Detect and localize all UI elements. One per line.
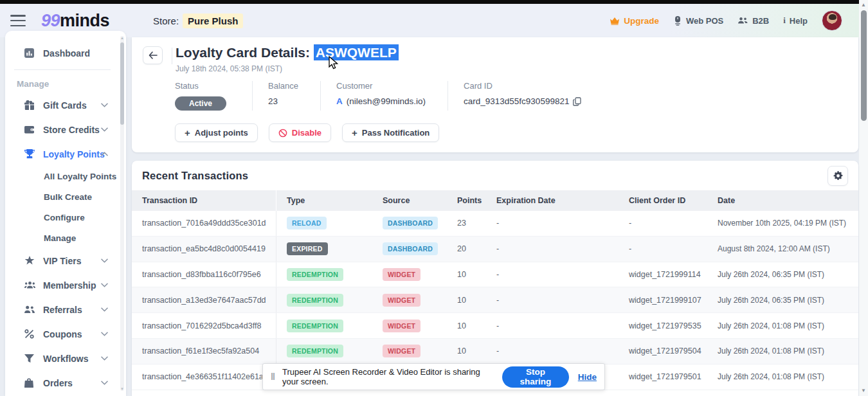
- sidebar-subitem-all-loyalty-points[interactable]: All Loyalty Points: [5, 170, 120, 183]
- sidebar-nav: DashboardManageGift CardsStore CreditsLo…: [5, 44, 126, 396]
- sidebar-item-orders[interactable]: Orders: [5, 374, 120, 392]
- cell-expiration-date: -: [486, 321, 619, 330]
- b2b-link[interactable]: B2B: [737, 16, 769, 26]
- sidebar-scroll-up-icon[interactable]: ▲: [120, 36, 125, 40]
- type-badge: REDEMPTION: [287, 320, 343, 332]
- page-scrollbar-thumb[interactable]: [861, 10, 867, 121]
- cell-source: WIDGET: [372, 268, 447, 281]
- sidebar-item-label: VIP Tiers: [43, 256, 81, 266]
- chevron-down-icon: [101, 103, 108, 107]
- stop-sharing-button[interactable]: Stop sharing: [502, 366, 569, 388]
- webpos-link[interactable]: Web POS: [673, 16, 723, 26]
- app-page: 99minds Store: Pure Plush Upgrade Web PO…: [0, 0, 868, 396]
- card-id-label: Card ID: [464, 81, 581, 91]
- copy-icon[interactable]: [573, 97, 581, 106]
- upgrade-button[interactable]: Upgrade: [610, 16, 659, 26]
- pass-notification-button[interactable]: + Pass Notification: [342, 123, 439, 142]
- chevron-down-icon: [101, 381, 108, 385]
- cell-type: REDEMPTION: [276, 268, 372, 281]
- balance-field: Balance 23: [268, 81, 321, 111]
- sidebar-subitem-bulk-create[interactable]: Bulk Create: [5, 190, 120, 204]
- adjust-points-button[interactable]: + Adjust points: [175, 123, 258, 142]
- sidebar-scrollbar-thumb[interactable]: [120, 42, 124, 125]
- sidebar-item-workflows[interactable]: Workflows: [5, 350, 120, 367]
- sidebar-item-dashboard[interactable]: Dashboard: [5, 44, 120, 62]
- transactions-title: Recent Transactions: [142, 170, 248, 182]
- star-icon: [24, 255, 35, 266]
- user-avatar[interactable]: [822, 10, 842, 31]
- cell-expiration-date: -: [486, 270, 619, 279]
- sidebar-item-membership[interactable]: Membership: [5, 276, 120, 294]
- cell-date: July 26th 2024, 01:08 PM (IST): [707, 372, 858, 381]
- help-label: Help: [790, 16, 808, 26]
- type-badge: REDEMPTION: [287, 294, 343, 307]
- table-header-row: Transaction IDTypeSourcePointsExpiration…: [132, 190, 858, 211]
- sidebar-item-label: Coupons: [43, 329, 82, 339]
- card-summary-fields: Status Active Balance 23 Customer A(nile…: [175, 81, 613, 111]
- scroll-down-arrow-icon[interactable]: ▼: [859, 387, 868, 395]
- cell-client-order-id: -: [619, 219, 707, 228]
- column-header-type: Type: [276, 196, 372, 205]
- store-name[interactable]: Pure Plush: [183, 14, 243, 28]
- source-badge: WIDGET: [383, 268, 420, 281]
- screen-share-bar: ‖ Trupeer AI Screen Recorder & Video Edi…: [262, 363, 605, 390]
- sidebar-item-label: Dashboard: [43, 48, 90, 59]
- sidebar: DashboardManageGift CardsStore CreditsLo…: [5, 31, 126, 396]
- page-scrollbar: ▲ ▼: [859, 0, 868, 396]
- cell-date: July 26th 2024, 01:08 PM (IST): [707, 346, 858, 356]
- trophy-icon: [24, 148, 35, 159]
- hide-share-bar-link[interactable]: Hide: [578, 372, 597, 382]
- sidebar-item-vip-tiers[interactable]: VIP Tiers: [5, 252, 120, 269]
- cell-transaction-id: transaction_7016a49ddd35ce301d: [132, 211, 276, 236]
- sidebar-subitem-manage[interactable]: Manage: [5, 231, 120, 245]
- cell-source: DASHBOARD: [372, 242, 447, 255]
- scroll-up-arrow-icon[interactable]: ▲: [859, 1, 868, 9]
- store-label: Store:: [153, 15, 179, 26]
- app-logo[interactable]: 99minds: [41, 11, 109, 31]
- help-link[interactable]: i Help: [783, 15, 808, 26]
- sidebar-item-referrals[interactable]: Referrals: [5, 301, 120, 318]
- sidebar-subitem-configure[interactable]: Configure: [5, 211, 120, 224]
- cell-client-order-id: widget_1721979501: [619, 372, 707, 381]
- info-icon: i: [783, 15, 786, 26]
- hamburger-menu-icon[interactable]: [10, 15, 26, 26]
- wallet-icon: [24, 124, 35, 135]
- transaction-row: transaction_a13ed3e7647aac57ddREDEMPTION…: [132, 287, 858, 313]
- cell-date: November 10th 2025, 04:19 PM (IST): [707, 219, 858, 228]
- column-header-points: Points: [447, 196, 486, 205]
- share-message: Trupeer AI Screen Recorder & Video Edito…: [282, 367, 496, 386]
- chevron-down-icon: [101, 356, 108, 361]
- membership-icon: [24, 280, 35, 291]
- disable-button[interactable]: Disable: [269, 123, 331, 142]
- transaction-row: transaction_d83fbba116c0f795e6REDEMPTION…: [132, 262, 858, 288]
- back-button[interactable]: [143, 46, 163, 64]
- cell-source: WIDGET: [372, 320, 447, 332]
- logo-minds: minds: [60, 11, 109, 30]
- cell-client-order-id: widget_1721999107: [619, 296, 707, 305]
- sidebar-item-label: Orders: [43, 378, 73, 388]
- transaction-row: transaction_7016292d5bca4d3ff8REDEMPTION…: [132, 313, 858, 339]
- cell-transaction-id: transaction_f61e1f3ec5fa92a504: [132, 339, 276, 364]
- sidebar-item-store-credits[interactable]: Store Credits: [5, 121, 120, 138]
- table-settings-button[interactable]: [827, 166, 848, 186]
- title-divider: [172, 48, 172, 64]
- page-title: Loyalty Card Details: ASWQWELP: [176, 45, 399, 60]
- card-code-selected: ASWQWELP: [314, 44, 399, 60]
- transaction-row: transaction_f61e1f3ec5fa92a504REDEMPTION…: [132, 339, 858, 364]
- sidebar-scroll-down-icon[interactable]: ▼: [120, 387, 125, 391]
- drag-handle-icon[interactable]: ‖: [271, 372, 276, 382]
- cell-transaction-id: transaction_4e366351f11402e61a: [132, 364, 276, 390]
- cell-type: REDEMPTION: [276, 345, 372, 357]
- customer-field: Customer A(nilesh@99minds.io): [336, 81, 448, 111]
- cell-expiration-date: -: [486, 219, 619, 228]
- cell-expiration-date: -: [486, 346, 619, 356]
- plus-icon: +: [352, 127, 357, 138]
- referrals-icon: [24, 304, 35, 315]
- sidebar-item-loyalty-points[interactable]: Loyalty Points: [5, 145, 120, 163]
- type-badge: EXPIRED: [287, 242, 328, 255]
- sidebar-item-coupons[interactable]: Coupons: [5, 325, 120, 343]
- sidebar-item-gift-cards[interactable]: Gift Cards: [5, 96, 120, 114]
- column-header-transaction-id: Transaction ID: [132, 190, 276, 211]
- customer-email[interactable]: (nilesh@99minds.io): [347, 96, 426, 106]
- gear-icon: [833, 171, 843, 181]
